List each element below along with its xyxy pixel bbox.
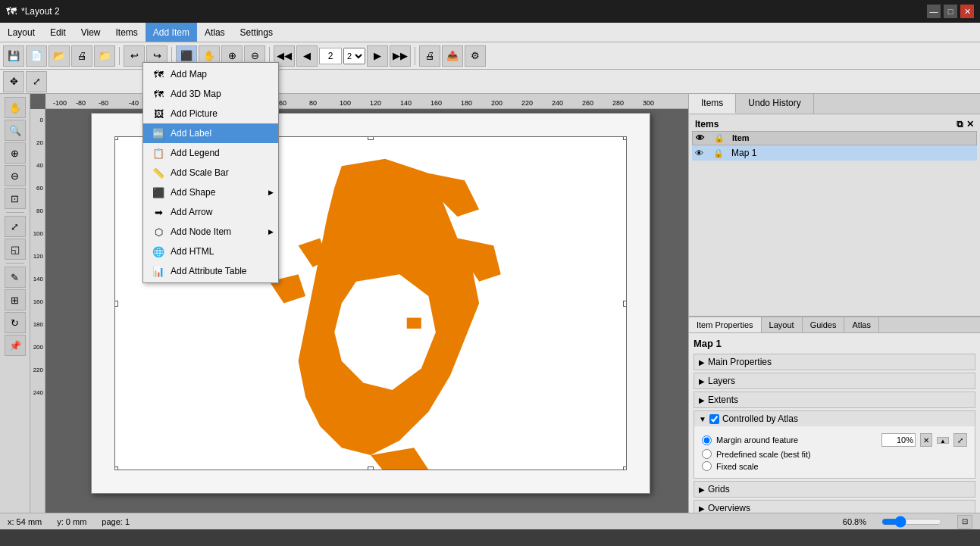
atlas-checkbox[interactable] [709, 414, 719, 424]
move-content-tool[interactable]: ⤢ [5, 216, 26, 237]
ruler-mark: 180 [461, 99, 472, 107]
margin-clear-btn[interactable]: ✕ [920, 433, 932, 447]
menu-add-label[interactable]: 🔤 Add Label [143, 123, 278, 143]
item-eye-map1[interactable]: 👁 [695, 148, 713, 158]
section-header-main-properties[interactable]: ▶ Main Properties [694, 354, 975, 370]
export-button[interactable]: 📁 [94, 45, 115, 67]
menu-add-item[interactable]: Add Item [146, 23, 197, 42]
menu-add-scale-bar[interactable]: 📏 Add Scale Bar [143, 163, 278, 183]
resize-tool[interactable]: ⤢ [26, 71, 47, 92]
menu-items[interactable]: Items [108, 23, 146, 42]
margin-expand-btn[interactable]: ⤢ [953, 433, 967, 447]
fixed-scale-radio[interactable] [702, 461, 712, 471]
ruler-mark-v: 80 [36, 207, 43, 214]
float-icon[interactable]: ⧉ [957, 119, 963, 129]
sel-handle-bl[interactable] [114, 466, 118, 470]
predefined-radio[interactable] [702, 449, 712, 459]
undo-button[interactable]: ↩ [124, 45, 145, 67]
canvas-area[interactable]: -100 -80 -60 -40 -20 0 20 40 60 80 100 1… [30, 94, 688, 513]
section-header-overviews[interactable]: ▶ Overviews [694, 501, 975, 513]
zoom-fit-tool[interactable]: ⊡ [5, 188, 26, 209]
save-button[interactable]: 💾 [3, 45, 24, 67]
sel-handle-br[interactable] [623, 466, 627, 470]
menu-add-attribute-table[interactable]: 📊 Add Attribute Table [143, 261, 278, 281]
pan-map-tool[interactable]: ⊞ [5, 289, 26, 310]
page-input[interactable] [319, 48, 342, 64]
ruler-mark: 60 [279, 99, 286, 107]
menu-add-shape[interactable]: ⬛ Add Shape [143, 183, 278, 202]
section-header-extents[interactable]: ▶ Extents [694, 392, 975, 407]
tab-items[interactable]: Items [689, 94, 736, 114]
margin-up-btn[interactable]: ▲ [937, 437, 949, 444]
maximize-button[interactable]: □ [944, 5, 957, 18]
menu-settings[interactable]: Settings [233, 23, 280, 42]
tab-undo-history[interactable]: Undo History [736, 94, 813, 114]
nav-last-button[interactable]: ▶▶ [390, 45, 411, 67]
zoom-fit-btn[interactable]: ⊡ [957, 515, 972, 529]
section-controlled-by-atlas: ▼ Controlled by Atlas Margin around feat… [694, 410, 975, 479]
props-scroll[interactable]: Map 1 ▶ Main Properties ▶ Layers [689, 333, 980, 513]
items-title: Items [695, 119, 719, 129]
menu-add-map[interactable]: 🗺 Add Map [143, 64, 278, 84]
margin-input[interactable] [881, 433, 916, 447]
minimize-button[interactable]: — [927, 5, 941, 18]
zoom-slider[interactable] [881, 516, 942, 527]
item-lock-map1[interactable]: 🔒 [713, 148, 731, 158]
tab-item-properties[interactable]: Item Properties [689, 317, 762, 332]
add-3d-map-icon: 🗺 [152, 88, 164, 100]
sel-handle-bc[interactable] [368, 466, 374, 470]
section-arrow-layers: ▶ [699, 377, 705, 385]
menu-add-node-item[interactable]: ⬡ Add Node Item [143, 222, 278, 242]
new-button[interactable]: 📄 [26, 45, 47, 67]
menu-add-html[interactable]: 🌐 Add HTML [143, 242, 278, 261]
menu-layout[interactable]: Layout [0, 23, 42, 42]
sel-handle-mr[interactable] [623, 301, 627, 307]
menu-add-picture[interactable]: 🖼 Add Picture [143, 104, 278, 123]
add-label-label: Add Label [171, 128, 211, 139]
section-label-grids: Grids [708, 484, 730, 495]
zoom-in-tool[interactable]: ⊕ [5, 142, 26, 164]
close-items-icon[interactable]: ✕ [966, 119, 974, 129]
props-tabs: Item Properties Layout Guides Atlas [689, 317, 980, 333]
hand-tool[interactable]: ✋ [5, 97, 26, 118]
ruler-mark-v: 180 [33, 321, 43, 328]
settings-button[interactable]: ⚙ [465, 45, 486, 67]
menu-add-legend[interactable]: 📋 Add Legend [143, 143, 278, 163]
item-row-map1[interactable]: 👁 🔒 Map 1 [692, 145, 977, 161]
section-layers: ▶ Layers [694, 373, 975, 389]
tab-guides[interactable]: Guides [803, 317, 845, 332]
nav-prev-button[interactable]: ◀ [296, 45, 318, 67]
section-header-layers[interactable]: ▶ Layers [694, 373, 975, 388]
pin-tool[interactable]: 📌 [5, 335, 26, 356]
menu-add-3d-map[interactable]: 🗺 Add 3D Map [143, 84, 278, 104]
tab-layout[interactable]: Layout [762, 317, 803, 332]
print2-button[interactable]: 🖨 [419, 45, 440, 67]
menu-view[interactable]: View [74, 23, 108, 42]
print-button[interactable]: 🖨 [71, 45, 92, 67]
nav-next-button[interactable]: ▶ [367, 45, 388, 67]
menu-atlas[interactable]: Atlas [197, 23, 233, 42]
menu-add-arrow[interactable]: ➡ Add Arrow [143, 202, 278, 222]
open-button[interactable]: 📂 [49, 45, 70, 67]
sel-handle-ml[interactable] [114, 301, 118, 307]
ruler-mark: -100 [53, 99, 67, 107]
zoom-out-tool[interactable]: ⊖ [5, 165, 26, 186]
margin-radio[interactable] [702, 435, 712, 445]
sel-handle-tl[interactable] [114, 136, 118, 140]
rotate-tool[interactable]: ↻ [5, 312, 26, 333]
select-tool[interactable]: ◱ [5, 239, 26, 260]
section-header-atlas[interactable]: ▼ Controlled by Atlas [694, 411, 975, 426]
zoom-area-tool[interactable]: 🔍 [5, 120, 26, 141]
sel-handle-tr[interactable] [623, 136, 627, 140]
move-tool[interactable]: ✥ [3, 71, 24, 92]
export2-button[interactable]: 📤 [442, 45, 463, 67]
add-attribute-table-label: Add Attribute Table [171, 266, 247, 276]
tab-atlas[interactable]: Atlas [844, 317, 878, 332]
close-button[interactable]: ✕ [960, 5, 974, 18]
sel-handle-tc[interactable] [368, 136, 374, 140]
section-header-grids[interactable]: ▶ Grids [694, 482, 975, 497]
items-panel: Items ⧉ ✕ 👁 🔒 Item 👁 🔒 Map 1 [689, 114, 980, 317]
edit-node-tool[interactable]: ✎ [5, 267, 26, 288]
page-select[interactable]: 2 [343, 48, 365, 64]
menu-edit[interactable]: Edit [42, 23, 74, 42]
